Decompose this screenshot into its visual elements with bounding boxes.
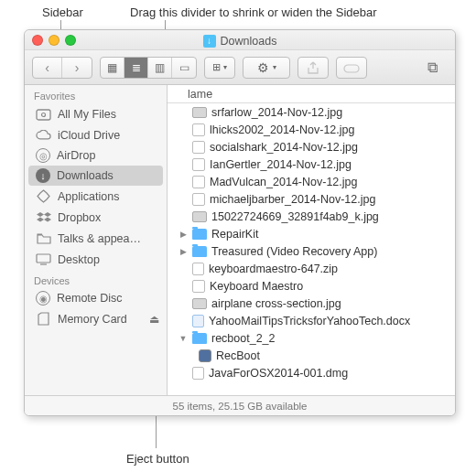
window-body: Favorites All My Files iCloud Drive ◎ Ai… — [25, 85, 455, 395]
view-list-button[interactable]: ≣ — [124, 58, 148, 78]
sidebar-section-devices: Devices — [25, 270, 167, 288]
sidebar-item-talks[interactable]: Talks & appea… — [25, 228, 167, 249]
all-my-files-icon — [36, 106, 51, 122]
close-button[interactable] — [32, 35, 43, 46]
grid-icon: ▦ — [107, 61, 117, 74]
toolbar: ‹ › ▦ ≣ ▥ ▭ ⊞ ▾ ⚙ ▾ ⧉ — [25, 50, 455, 85]
list-item[interactable]: airplane cross-section.jpg — [168, 295, 455, 312]
traffic-lights — [32, 35, 76, 46]
svg-rect-0 — [344, 65, 359, 72]
list-item[interactable]: ▶Treasured (Video Recovery App) — [168, 242, 455, 260]
file-name: recboot_2_2 — [211, 332, 276, 345]
list-item[interactable]: lhicks2002_2014-Nov-12.jpg — [168, 121, 455, 138]
view-icon-button[interactable]: ▦ — [101, 58, 124, 78]
file-name: lhicks2002_2014-Nov-12.jpg — [210, 123, 354, 136]
file-name: YahooMailTipsTricksforYahooTech.docx — [209, 315, 410, 327]
zoom-button[interactable] — [65, 35, 76, 46]
list-item[interactable]: ▶RepairKit — [168, 225, 455, 242]
jpg-icon — [192, 141, 205, 154]
docx-icon — [192, 315, 204, 327]
jpg-icon — [192, 193, 205, 206]
titlebar: ↓ Downloads — [25, 30, 455, 50]
file-name: RepairKit — [211, 228, 258, 241]
file-list: lame srfarlow_2014-Nov-12.jpglhicks2002_… — [168, 85, 455, 395]
forward-button[interactable]: › — [62, 58, 92, 78]
list-item[interactable]: michaeljbarber_2014-Nov-12.jpg — [168, 190, 455, 208]
svg-rect-1 — [37, 110, 50, 120]
airdrop-icon: ◎ — [36, 148, 50, 163]
list-item[interactable]: JavaForOSX2014-001.dmg — [168, 364, 455, 381]
minimize-button[interactable] — [49, 35, 60, 46]
list-item[interactable]: MadVulcan_2014-Nov-12.jpg — [168, 173, 455, 190]
sidebar-item-applications[interactable]: Applications — [25, 186, 167, 207]
arrange-button[interactable]: ⊞ ▾ — [204, 57, 235, 79]
pic-icon — [192, 107, 207, 118]
file-name: airplane cross-section.jpg — [211, 297, 341, 310]
list-item[interactable]: srfarlow_2014-Nov-12.jpg — [168, 103, 455, 121]
pic-icon — [192, 211, 207, 222]
disclosure-triangle[interactable]: ▶ — [178, 230, 188, 239]
dropbox-toolbar-button[interactable]: ⧉ — [416, 57, 448, 79]
list-item[interactable]: IanGertler_2014-Nov-12.jpg — [168, 156, 455, 173]
sidebar-divider[interactable] — [168, 85, 171, 395]
sidebar-item-memory-card[interactable]: Memory Card ⏏ — [25, 308, 167, 329]
sidebar-section-favorites: Favorites — [25, 85, 167, 103]
eject-button[interactable]: ⏏ — [149, 313, 159, 326]
view-coverflow-button[interactable]: ▭ — [172, 58, 196, 78]
action-button[interactable]: ⚙ ▾ — [243, 57, 290, 79]
status-bar: 55 items, 25.15 GB available — [25, 395, 455, 415]
sidebar-item-label: Talks & appea… — [58, 232, 141, 245]
view-columns-button[interactable]: ▥ — [148, 58, 172, 78]
list-item[interactable]: Keyboard Maestro — [168, 277, 455, 295]
share-button[interactable] — [298, 57, 329, 79]
file-name: 15022724669_32891f4ab9_k.jpg — [211, 210, 379, 223]
list-item[interactable]: ▼recboot_2_2 — [168, 329, 455, 347]
disc-icon: ◉ — [36, 291, 50, 306]
zip-icon — [192, 263, 204, 275]
list-item[interactable]: keyboardmaestro-647.zip — [168, 260, 455, 277]
file-name: RecBoot — [216, 349, 260, 362]
sidebar-item-remote-disc[interactable]: ◉ Remote Disc — [25, 288, 167, 308]
folder-blue-icon — [192, 246, 207, 257]
list-item[interactable]: RecBoot — [168, 347, 455, 364]
sidebar-item-airdrop[interactable]: ◎ AirDrop — [25, 145, 167, 166]
file-name: michaeljbarber_2014-Nov-12.jpg — [210, 193, 375, 206]
cloud-icon — [36, 127, 51, 143]
annotation-eject: Eject button — [126, 452, 189, 466]
file-name: Keyboard Maestro — [210, 280, 303, 293]
dmg-icon — [192, 367, 204, 380]
folder-blue-icon — [192, 229, 207, 240]
jpg-icon — [192, 176, 205, 188]
file-name: JavaForOSX2014-001.dmg — [209, 367, 348, 380]
tags-button[interactable] — [336, 57, 367, 79]
folder-blue-icon — [192, 333, 207, 344]
file-name: Treasured (Video Recovery App) — [211, 245, 377, 258]
disclosure-triangle[interactable]: ▶ — [178, 247, 188, 256]
sidebar-item-label: AirDrop — [57, 149, 95, 162]
list-item[interactable]: YahooMailTipsTricksforYahooTech.docx — [168, 312, 455, 329]
chevron-down-icon: ▾ — [223, 63, 227, 71]
sd-card-icon — [36, 311, 51, 327]
list-item[interactable]: 15022724669_32891f4ab9_k.jpg — [168, 208, 455, 225]
sidebar-item-label: All My Files — [58, 108, 116, 121]
applications-icon — [36, 188, 51, 204]
dropbox-icon — [36, 209, 51, 225]
sidebar-item-label: Downloads — [57, 169, 114, 182]
dropbox-icon: ⧉ — [427, 59, 438, 76]
sidebar-item-label: Applications — [58, 190, 119, 203]
file-name: socialshark_2014-Nov-12.jpg — [210, 141, 358, 154]
column-header-name[interactable]: lame — [168, 85, 455, 103]
svg-rect-3 — [37, 254, 50, 263]
sidebar: Favorites All My Files iCloud Drive ◎ Ai… — [25, 85, 168, 395]
disclosure-triangle[interactable]: ▼ — [178, 334, 188, 343]
sidebar-item-dropbox[interactable]: Dropbox — [25, 207, 167, 228]
share-icon — [308, 61, 319, 74]
sidebar-item-icloud-drive[interactable]: iCloud Drive — [25, 124, 167, 145]
list-item[interactable]: socialshark_2014-Nov-12.jpg — [168, 138, 455, 156]
sidebar-item-all-my-files[interactable]: All My Files — [25, 103, 167, 124]
sidebar-item-downloads[interactable]: ↓ Downloads — [28, 166, 163, 186]
view-segment: ▦ ≣ ▥ ▭ — [100, 57, 197, 79]
back-button[interactable]: ‹ — [33, 58, 62, 78]
sidebar-item-desktop[interactable]: Desktop — [25, 249, 167, 270]
annotation-divider: Drag this divider to shrink or widen the… — [130, 5, 377, 19]
